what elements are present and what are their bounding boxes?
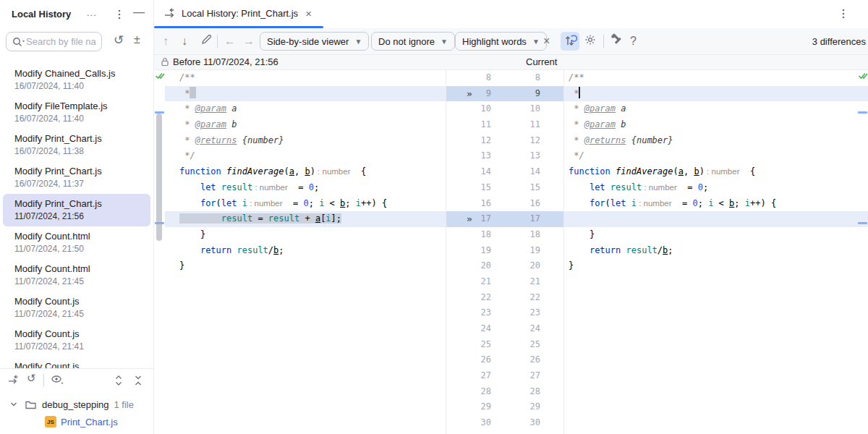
collapse-unchanged-icon[interactable]: × (543, 35, 550, 48)
sidebar-kebab-menu-icon[interactable] (114, 8, 124, 20)
code-line[interactable] (564, 384, 868, 400)
tab-local-history[interactable]: Local History: Print_Chart.js × (154, 0, 322, 26)
gutter-row[interactable]: 2222 (446, 290, 563, 306)
list-item[interactable]: Modify Count.html11/07/2024, 21:50 (3, 226, 150, 259)
code-line[interactable]: /** (564, 70, 868, 86)
code-panel-before[interactable]: /** * * @param a * @param b * @returns {… (154, 70, 446, 434)
line-number-before[interactable]: 23 (481, 305, 491, 321)
line-number-before[interactable]: 28 (481, 384, 491, 400)
left-error-stripe[interactable] (154, 70, 165, 434)
gutter-row[interactable]: 1212 (446, 133, 563, 149)
line-number-current[interactable]: 30 (530, 415, 540, 431)
code-line[interactable] (564, 368, 868, 384)
gutter-row[interactable]: 2323 (446, 305, 563, 321)
line-number-current[interactable]: 28 (530, 384, 540, 400)
code-line[interactable]: * @param b (165, 117, 446, 133)
line-number-current[interactable]: 21 (530, 274, 540, 290)
code-line[interactable]: return result/b; (165, 243, 446, 259)
gutter-row[interactable]: 2525 (446, 337, 563, 353)
collapse-all-icon[interactable] (132, 374, 144, 389)
code-line[interactable]: for(let i : number = 0; i < b; i++) { (165, 196, 446, 212)
code-line[interactable]: let result : number = 0; (564, 180, 868, 196)
code-line[interactable] (564, 211, 868, 227)
code-line[interactable]: * (564, 86, 868, 102)
line-number-before[interactable]: 12 (481, 133, 491, 149)
code-line[interactable] (165, 337, 446, 353)
code-line[interactable] (165, 399, 446, 415)
code-line[interactable] (564, 305, 868, 321)
code-line[interactable]: * @param b (564, 117, 868, 133)
gutter-row[interactable]: 1515 (446, 180, 563, 196)
show-diff-icon[interactable] (7, 374, 20, 387)
gutter-row[interactable]: 3030 (446, 415, 563, 431)
code-line[interactable] (564, 337, 868, 353)
line-number-current[interactable]: 26 (530, 352, 540, 368)
line-number-current[interactable]: 29 (530, 399, 540, 415)
code-line[interactable]: } (165, 227, 446, 243)
change-marker[interactable] (155, 222, 164, 224)
eye-options-icon[interactable] (51, 374, 65, 388)
line-number-current[interactable]: 12 (530, 133, 540, 149)
gutter-row[interactable]: »99 (446, 86, 563, 102)
list-item[interactable]: Modify Count.js11/07/2024, 21:45 (3, 292, 150, 324)
gutter-row[interactable]: 2727 (446, 368, 563, 384)
line-number-current[interactable]: 11 (530, 117, 540, 133)
code-line[interactable] (564, 290, 868, 306)
code-line[interactable]: function findAverage(a, b) : number { (564, 164, 868, 180)
code-line[interactable]: */ (564, 148, 868, 164)
tree-folder-row[interactable]: debug_stepping 1 file (9, 396, 134, 413)
list-item[interactable]: Modify Count.js11/07/2024, 21:41 (3, 324, 150, 357)
line-number-current[interactable]: 14 (530, 164, 540, 180)
code-line[interactable]: * @param a (165, 101, 446, 117)
line-number-before[interactable]: 21 (481, 274, 491, 290)
revert-icon[interactable]: ↺ (114, 34, 124, 46)
line-number-before[interactable]: 10 (481, 101, 491, 117)
list-item[interactable]: Modify Print_Chart.js16/07/2024, 11:38 (3, 129, 150, 161)
search-input[interactable]: Search by file na (6, 32, 102, 51)
gutter-row[interactable]: 2626 (446, 352, 563, 368)
code-line[interactable] (165, 415, 446, 431)
code-line[interactable]: result = result + a[i]; (165, 211, 446, 227)
code-line[interactable]: let result : number = 0; (165, 180, 446, 196)
line-number-current[interactable]: 22 (530, 290, 540, 306)
list-item[interactable]: Modify Print_Chart.js16/07/2024, 11:37 (3, 161, 150, 194)
code-line[interactable] (564, 399, 868, 415)
edit-icon[interactable] (200, 33, 213, 48)
code-line[interactable] (165, 274, 446, 290)
gutter-row[interactable]: 1313 (446, 148, 563, 164)
line-number-current[interactable]: 13 (530, 148, 540, 164)
code-line[interactable]: return result/b; (564, 243, 868, 259)
line-number-before[interactable]: 15 (481, 180, 491, 196)
line-number-current[interactable]: 27 (530, 368, 540, 384)
list-item[interactable]: Modify Count.html11/07/2024, 21:45 (3, 259, 150, 292)
line-number-before[interactable]: 29 (481, 399, 491, 415)
line-number-before[interactable]: 19 (481, 243, 491, 259)
back-icon[interactable]: ← (224, 35, 236, 48)
viewer-mode-select[interactable]: Side-by-side viewer▼ (260, 32, 369, 51)
code-line[interactable]: * @returns {number} (165, 133, 446, 149)
line-number-current[interactable]: 20 (530, 258, 540, 274)
code-line[interactable] (564, 274, 868, 290)
code-line[interactable] (165, 384, 446, 400)
gutter-row[interactable]: 88 (446, 70, 563, 86)
gutter-row[interactable]: 1010 (446, 101, 563, 117)
gutter-row[interactable]: 2929 (446, 399, 563, 415)
line-number-before[interactable]: 27 (481, 368, 491, 384)
next-difference-icon[interactable]: ↓ (182, 35, 187, 48)
code-line[interactable] (165, 290, 446, 306)
line-number-current[interactable]: 8 (535, 70, 540, 86)
line-number-before[interactable]: 17 (481, 211, 491, 227)
list-item[interactable]: Modify FileTemplate.js16/07/2024, 11:40 (3, 96, 150, 129)
list-item[interactable]: Modify Chained_Calls.js16/07/2024, 11:40 (3, 64, 150, 96)
hide-panel-icon[interactable]: — (133, 7, 145, 18)
tools-icon[interactable] (610, 33, 624, 49)
gutter-row[interactable]: »1717 (446, 211, 563, 227)
line-number-before[interactable]: 18 (481, 227, 491, 243)
line-number-before[interactable]: 24 (481, 321, 491, 337)
code-line[interactable]: /** (165, 70, 446, 86)
change-marker[interactable] (858, 111, 867, 114)
list-item[interactable]: Modify Count.js (3, 357, 150, 368)
line-number-before[interactable]: 8 (486, 70, 491, 86)
code-line[interactable] (165, 352, 446, 368)
undo-icon[interactable]: ↺ (27, 373, 36, 383)
